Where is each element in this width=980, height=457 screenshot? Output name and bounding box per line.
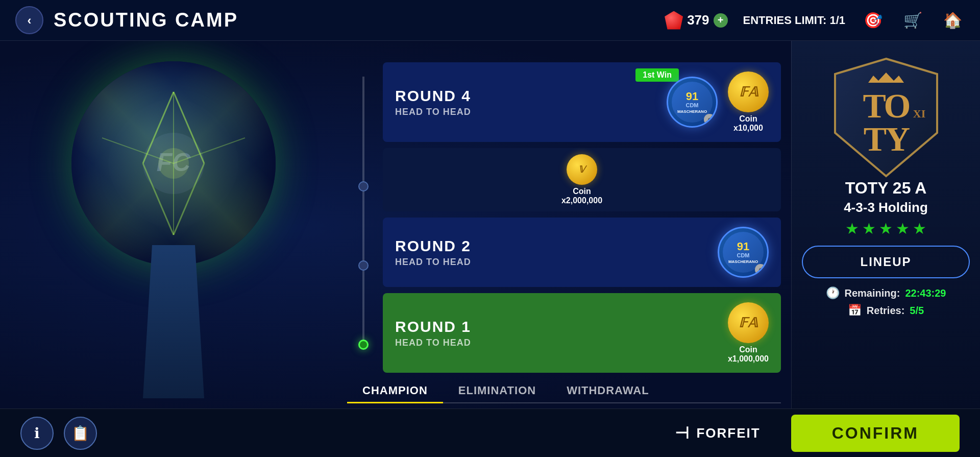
tab-champion[interactable]: CHAMPION xyxy=(347,379,443,402)
header: ‹ SCOUTING CAMP 379 + ENTRIES LIMIT: 1/1… xyxy=(0,0,980,41)
lineup-button[interactable]: LINEUP xyxy=(802,246,970,278)
remaining-row: 🕐 Remaining: 22:43:29 xyxy=(826,286,946,300)
right-panel: TO TY XI TOTY 25 A 4-3-3 Holding ★ ★ ★ ★… xyxy=(791,41,980,408)
round-4-player-card: 91 CDM MASCHERANO ⚙ xyxy=(667,77,718,128)
trophy-area: FC xyxy=(0,41,347,408)
reward-middle-card: 𝕍 Coin x2,000,000 xyxy=(383,148,781,211)
gems-display: 379 + xyxy=(665,11,727,30)
round-1-card: ROUND 1 HEAD TO HEAD 𝔽𝔸 Coin x1,000,000 xyxy=(383,293,781,373)
entries-limit: ENTRIES LIMIT: 1/1 xyxy=(743,14,845,27)
home-icon[interactable]: 🏠 xyxy=(940,8,965,33)
toty-shield: TO TY XI xyxy=(830,56,942,169)
tab-elimination[interactable]: ELIMINATION xyxy=(443,379,551,402)
star-3: ★ xyxy=(879,220,893,237)
team-name: TOTY 25 A xyxy=(845,179,926,198)
round-2-info: ROUND 2 HEAD TO HEAD xyxy=(395,237,707,268)
round-2-name: MASCHERANO xyxy=(728,259,758,264)
forfeit-label: FORFEIT xyxy=(696,425,760,441)
star-2: ★ xyxy=(862,220,876,237)
cart-icon[interactable]: 🛒 xyxy=(900,8,925,33)
first-win-badge: 1st Win xyxy=(635,68,679,82)
timeline xyxy=(362,77,364,342)
round-4-sub: HEAD TO HEAD xyxy=(395,107,656,117)
round-1-label: ROUND 1 xyxy=(395,318,718,335)
coin-icon: 𝔽𝔸 xyxy=(728,71,769,112)
star-rating: ★ ★ ★ ★ ★ xyxy=(845,220,926,237)
timeline-dot-top xyxy=(358,181,369,191)
rounds-list: ROUND 4 HEAD TO HEAD 1st Win 91 CDM MASC… xyxy=(383,51,781,373)
header-right: 379 + ENTRIES LIMIT: 1/1 🎯 🛒 🏠 xyxy=(665,8,965,33)
round-2-player-card: 91 CDM MASCHERANO ⚙ xyxy=(718,227,769,278)
add-gems-button[interactable]: + xyxy=(714,13,728,28)
round-2-badge: ⚙ xyxy=(755,264,766,275)
round-2-pos: CDM xyxy=(737,252,749,258)
forfeit-icon: ⊣ xyxy=(675,423,690,443)
trophy-base xyxy=(143,245,204,398)
back-button[interactable]: ‹ xyxy=(15,6,43,34)
tabs-area: CHAMPION ELIMINATION WITHDRAWAL xyxy=(347,379,781,403)
round-4-info: ROUND 4 HEAD TO HEAD xyxy=(395,87,656,117)
svg-point-9 xyxy=(158,148,189,179)
clipboard-button[interactable]: 📋 xyxy=(64,417,97,450)
forfeit-button[interactable]: ⊣ FORFEIT xyxy=(675,423,760,443)
info-button[interactable]: ℹ xyxy=(20,417,54,450)
round-1-coin-icon: 𝔽𝔸 xyxy=(728,302,769,343)
svg-text:XI: XI xyxy=(913,107,925,120)
middle-coin-reward: 𝕍 Coin x2,000,000 xyxy=(561,154,602,205)
remaining-label: Remaining: xyxy=(845,287,900,299)
main-content: ROUND 4 HEAD TO HEAD 1st Win 91 CDM MASC… xyxy=(337,41,791,408)
player-name: MASCHERANO xyxy=(677,109,707,114)
confirm-button[interactable]: CONFIRM xyxy=(791,415,960,452)
gem-icon xyxy=(665,11,683,30)
trophy-ball: FC xyxy=(71,61,276,266)
lightning-svg: FC xyxy=(71,61,276,266)
star-5: ★ xyxy=(913,220,926,237)
player-badge: ⚙ xyxy=(704,114,715,125)
retries-row: 📅 Retries: 5/5 xyxy=(848,304,924,317)
round-2-card: ROUND 2 HEAD TO HEAD 91 CDM MASCHERANO ⚙ xyxy=(383,218,781,287)
team-formation: 4-3-3 Holding xyxy=(844,200,928,215)
round-1-info: ROUND 1 HEAD TO HEAD xyxy=(395,318,718,348)
star-1: ★ xyxy=(845,220,859,237)
timeline-dot-active xyxy=(358,340,369,350)
remaining-value: 22:43:29 xyxy=(905,287,946,299)
middle-coin-label: Coin x2,000,000 xyxy=(561,187,602,205)
svg-text:TY: TY xyxy=(863,119,909,158)
round-1-coin: 𝔽𝔸 Coin x1,000,000 xyxy=(728,302,769,364)
gems-count: 379 xyxy=(687,12,709,28)
round-4-card: ROUND 4 HEAD TO HEAD 1st Win 91 CDM MASC… xyxy=(383,62,781,142)
player-pos: CDM xyxy=(685,102,698,108)
round-4-coin: 𝔽𝔸 Coin x10,000 xyxy=(728,71,769,133)
timeline-dot-mid xyxy=(358,260,369,271)
retries-value: 5/5 xyxy=(910,305,924,317)
toty-shield-svg: TO TY XI xyxy=(830,56,942,179)
star-4: ★ xyxy=(896,220,910,237)
round-2-sub: HEAD TO HEAD xyxy=(395,257,707,268)
trophy-visual: FC xyxy=(31,51,316,398)
round-2-rating: 91 xyxy=(737,241,749,252)
coin-label: Coin x10,000 xyxy=(733,114,763,133)
round-4-label: ROUND 4 xyxy=(395,87,656,105)
toty-logo: TO TY XI xyxy=(825,51,947,174)
page-title: SCOUTING CAMP xyxy=(54,9,238,31)
middle-coin-icon: 𝕍 xyxy=(567,154,597,185)
round-1-coin-label: Coin x1,000,000 xyxy=(728,345,769,364)
tab-withdrawal[interactable]: WITHDRAWAL xyxy=(551,379,665,402)
retries-label: Retries: xyxy=(867,305,904,317)
round-1-sub: HEAD TO HEAD xyxy=(395,338,718,348)
bottom-bar: ℹ 📋 ⊣ FORFEIT CONFIRM xyxy=(0,408,980,457)
player-rating: 91 xyxy=(686,91,698,102)
round-2-label: ROUND 2 xyxy=(395,237,707,255)
rounds-area: ROUND 4 HEAD TO HEAD 1st Win 91 CDM MASC… xyxy=(347,51,781,373)
target-icon[interactable]: 🎯 xyxy=(861,8,885,33)
